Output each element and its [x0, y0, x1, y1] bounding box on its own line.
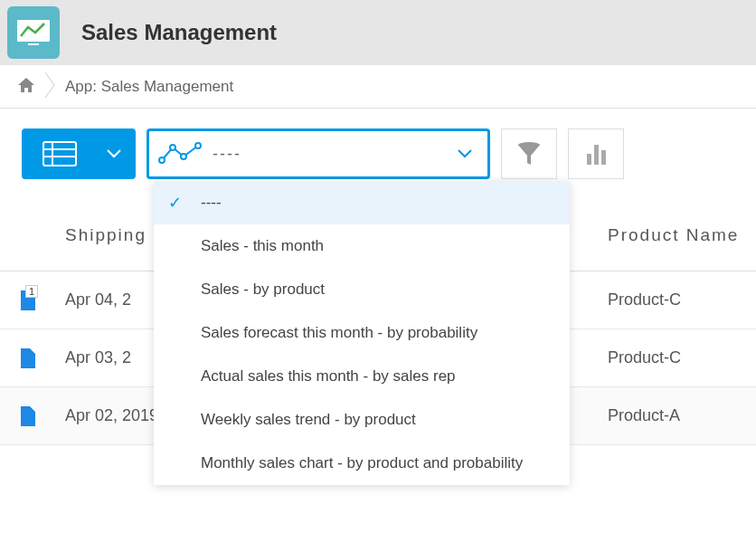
row-product-name: Product-C [599, 290, 756, 309]
svg-point-7 [159, 157, 165, 163]
dropdown-item[interactable]: Sales - by product [154, 268, 570, 311]
funnel-icon [515, 139, 543, 168]
row-product-name: Product-A [599, 406, 756, 425]
dropdown-item[interactable]: Weekly sales trend - by product [154, 398, 570, 442]
sheet-view-button[interactable] [22, 128, 136, 179]
dropdown-item[interactable]: Sales forecast this month - by probabili… [154, 311, 570, 355]
chart-button[interactable] [568, 128, 624, 179]
svg-rect-3 [43, 142, 76, 166]
breadcrumb-separator-icon [43, 71, 58, 103]
row-product-name: Product-C [599, 348, 756, 367]
breadcrumb-app-label[interactable]: App: Sales Management [65, 78, 233, 96]
chevron-down-icon [95, 148, 133, 159]
dropdown-item[interactable]: Monthly sales chart - by product and pro… [154, 442, 570, 485]
dropdown-item-label: Weekly sales trend - by product [201, 411, 570, 429]
app-logo-icon [7, 6, 60, 59]
graph-select-value: ---- [213, 145, 442, 164]
dropdown-item-label: Actual sales this month - by sales rep [201, 367, 570, 385]
svg-rect-12 [587, 154, 591, 165]
svg-point-10 [195, 143, 201, 148]
row-badge: 1 [25, 285, 38, 298]
column-product-name[interactable]: Product Name [599, 225, 756, 245]
dropdown-item-label: Sales forecast this month - by probabili… [201, 324, 570, 342]
chevron-down-icon [442, 148, 487, 159]
dropdown-item-label: Sales - this month [201, 237, 570, 255]
dropdown-item[interactable]: Actual sales this month - by sales rep [154, 355, 570, 398]
document-icon [21, 406, 35, 426]
dropdown-item-label: ---- [201, 194, 570, 212]
svg-rect-2 [28, 43, 39, 45]
graph-dropdown: ✓----Sales - this monthSales - by produc… [154, 181, 570, 485]
record-icon [0, 348, 56, 368]
dropdown-item[interactable]: ✓---- [154, 181, 570, 224]
svg-rect-13 [594, 145, 599, 165]
filter-button[interactable] [501, 128, 557, 179]
svg-rect-14 [601, 150, 606, 165]
graph-select[interactable]: ---- [146, 128, 490, 179]
app-title: Sales Management [81, 20, 277, 45]
breadcrumb: App: Sales Management [0, 65, 756, 109]
sheet-icon [24, 140, 95, 167]
document-icon [21, 348, 35, 368]
record-icon: 1 [0, 290, 56, 310]
dropdown-item-label: Sales - by product [201, 281, 570, 299]
line-chart-icon [149, 140, 213, 167]
svg-point-9 [181, 154, 186, 159]
dropdown-item[interactable]: Sales - this month [154, 224, 570, 268]
bar-chart-icon [583, 141, 609, 167]
svg-point-11 [518, 142, 540, 148]
app-header: Sales Management [0, 0, 756, 65]
svg-point-8 [170, 145, 175, 150]
dropdown-item-label: Monthly sales chart - by product and pro… [201, 454, 570, 472]
toolbar: ---- ✓----Sales - this monthSales - by p… [0, 109, 756, 199]
record-icon [0, 406, 56, 426]
home-icon[interactable] [16, 76, 36, 98]
check-icon: ✓ [168, 193, 201, 213]
